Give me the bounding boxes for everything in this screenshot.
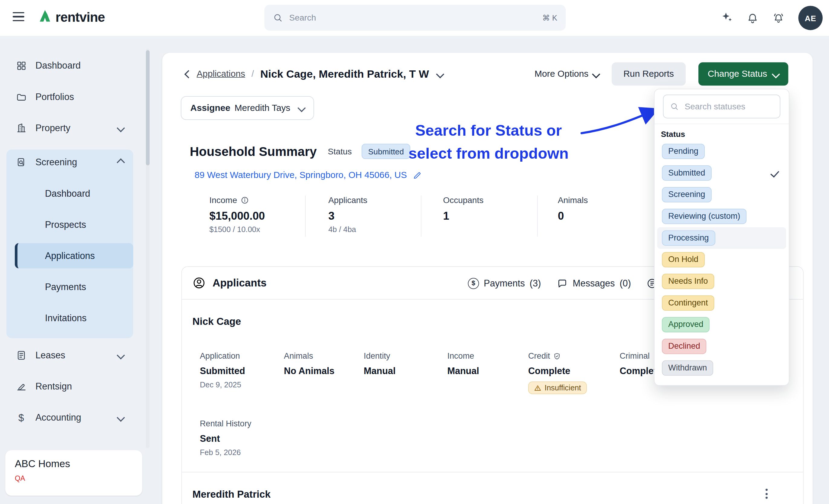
status-pill: On Hold bbox=[662, 252, 705, 267]
company-name: ABC Homes bbox=[15, 458, 133, 470]
annotation-line1: Search for Status or bbox=[392, 119, 585, 142]
notifications-button[interactable] bbox=[747, 12, 759, 24]
stat-label: Occupants bbox=[443, 195, 483, 205]
applicant-menu-button[interactable] bbox=[763, 487, 770, 501]
sidebar-item-leases[interactable]: Leases bbox=[6, 342, 133, 368]
stat-value: 3 bbox=[328, 210, 421, 222]
field-value: Sent bbox=[200, 433, 251, 444]
payments-link[interactable]: $ Payments (3) bbox=[468, 278, 541, 289]
person-circle-icon bbox=[192, 276, 206, 290]
alerts-button[interactable] bbox=[772, 12, 785, 24]
status-search bbox=[663, 94, 780, 118]
status-search-input[interactable] bbox=[684, 101, 773, 112]
brand-logo[interactable]: rentvine bbox=[38, 9, 105, 25]
field-value: No Animals bbox=[284, 365, 364, 377]
status-label: Status bbox=[328, 147, 352, 156]
avatar[interactable]: AE bbox=[798, 6, 823, 30]
sidebar-item-accounting[interactable]: $ Accounting bbox=[6, 405, 133, 430]
applicant-fields: Application Submitted Dec 9, 2025 Animal… bbox=[200, 351, 715, 394]
more-options-button[interactable]: More Options bbox=[535, 69, 599, 79]
status-option-needs-info[interactable]: Needs Info bbox=[657, 270, 786, 292]
status-option-withdrawn[interactable]: Withdrawn bbox=[657, 357, 786, 379]
scrollbar-thumb[interactable] bbox=[146, 50, 150, 165]
search-input[interactable] bbox=[288, 12, 537, 23]
search-shortcut: ⌘ K bbox=[542, 13, 557, 22]
stat-applicants: Applicants 3 4b / 4ba bbox=[305, 195, 422, 237]
sidebar-item-screening-applications[interactable]: Applications bbox=[15, 243, 133, 268]
applicants-header-links: $ Payments (3) Messages (0) bbox=[468, 267, 658, 300]
stat-label: Income bbox=[209, 195, 237, 205]
chat-icon bbox=[557, 278, 568, 289]
sidebar-item-portfolios[interactable]: Portfolios bbox=[6, 84, 133, 109]
title-dropdown-button[interactable] bbox=[437, 71, 443, 77]
income-info-button[interactable] bbox=[241, 196, 249, 204]
household-summary-header: Household Summary Status Submitted bbox=[190, 144, 410, 159]
stat-sub: $1500 / 10.00x bbox=[209, 225, 305, 234]
sidebar-item-dashboard[interactable]: Dashboard bbox=[6, 53, 133, 78]
assignee-value: Meredith Tays bbox=[235, 103, 291, 113]
edit-address-button[interactable] bbox=[412, 171, 422, 180]
status-options: Pending Submitted Screening Reviewing (c… bbox=[654, 141, 789, 379]
sidebar-label: Rentsign bbox=[35, 381, 72, 392]
applicant-name: Nick Cage bbox=[192, 316, 241, 327]
status-option-pending[interactable]: Pending bbox=[657, 141, 786, 162]
run-reports-button[interactable]: Run Reports bbox=[612, 62, 685, 85]
sidebar-sublabel: Applications bbox=[45, 250, 95, 261]
sidebar-item-screening[interactable]: Screening bbox=[6, 150, 133, 175]
menu-button[interactable] bbox=[13, 12, 24, 21]
back-button[interactable] bbox=[186, 71, 191, 77]
change-status-button[interactable]: Change Status bbox=[698, 62, 788, 85]
annotation-line2: select from dropdown bbox=[392, 142, 585, 165]
stat-animals: Animals 0 bbox=[538, 195, 659, 237]
sidebar-scrollbar[interactable] bbox=[146, 49, 150, 448]
status-pill: Contingent bbox=[662, 295, 714, 311]
messages-link[interactable]: Messages (0) bbox=[557, 278, 631, 289]
status-option-on-hold[interactable]: On Hold bbox=[657, 249, 786, 271]
sidebar-item-screening-prospects[interactable]: Prospects bbox=[6, 212, 133, 237]
status-pill: Withdrawn bbox=[662, 360, 713, 376]
stat-value: $15,000.00 bbox=[209, 210, 305, 222]
status-pill: Reviewing (custom) bbox=[662, 208, 747, 224]
sidebar-item-screening-payments[interactable]: Payments bbox=[6, 274, 133, 300]
company-switcher[interactable]: ABC Homes QA bbox=[5, 450, 142, 496]
status-option-submitted[interactable]: Submitted bbox=[657, 162, 786, 184]
bell-alert-icon bbox=[772, 12, 785, 24]
divider bbox=[182, 472, 803, 473]
leases-icon bbox=[15, 350, 27, 361]
status-option-approved[interactable]: Approved bbox=[657, 314, 786, 336]
ai-assistant-button[interactable] bbox=[720, 11, 732, 25]
status-option-contingent[interactable]: Contingent bbox=[657, 292, 786, 314]
field-animals: Animals No Animals bbox=[284, 351, 364, 394]
bell-icon bbox=[747, 12, 759, 24]
assignee-select[interactable]: Assignee Meredith Tays bbox=[181, 96, 314, 120]
sidebar-item-property[interactable]: Property bbox=[6, 115, 133, 141]
insufficient-badge: Insufficient bbox=[528, 382, 587, 394]
field-value: Manual bbox=[447, 365, 528, 377]
status-option-processing[interactable]: Processing bbox=[657, 227, 786, 249]
sidebar-sublabel: Dashboard bbox=[45, 188, 91, 199]
sidebar-nav: Dashboard Portfolios Property bbox=[0, 36, 153, 430]
sidebar-item-screening-dashboard[interactable]: Dashboard bbox=[6, 181, 133, 206]
status-option-screening[interactable]: Screening bbox=[657, 184, 786, 206]
building-icon bbox=[15, 122, 27, 133]
sidebar-item-screening-invitations[interactable]: Invitations bbox=[6, 306, 133, 331]
annotation-note: Search for Status or select from dropdow… bbox=[392, 119, 585, 165]
sidebar-group-screening: Screening Dashboard Prospects Applicatio… bbox=[6, 150, 133, 338]
folder-icon bbox=[15, 91, 27, 103]
sidebar-label: Accounting bbox=[35, 412, 81, 423]
check-icon bbox=[770, 168, 779, 178]
rentvine-logo-icon bbox=[38, 9, 52, 25]
badge-label: Insufficient bbox=[544, 384, 581, 392]
info-icon bbox=[241, 196, 249, 204]
breadcrumb-applications-link[interactable]: Applications bbox=[197, 69, 245, 79]
field-label: Animals bbox=[284, 351, 313, 361]
chevron-down-icon bbox=[772, 70, 780, 78]
sidebar-item-rentsign[interactable]: Rentsign bbox=[6, 374, 133, 399]
field-identity: Identity Manual bbox=[364, 351, 447, 394]
property-address-link[interactable]: 89 West Waterbury Drive, Springboro, OH … bbox=[195, 170, 407, 181]
sidebar-sublabel: Payments bbox=[45, 281, 86, 293]
more-options-label: More Options bbox=[535, 69, 588, 79]
status-option-declined[interactable]: Declined bbox=[657, 336, 786, 357]
field-sub: Feb 5, 2026 bbox=[200, 448, 251, 457]
status-option-reviewing-custom[interactable]: Reviewing (custom) bbox=[657, 205, 786, 227]
